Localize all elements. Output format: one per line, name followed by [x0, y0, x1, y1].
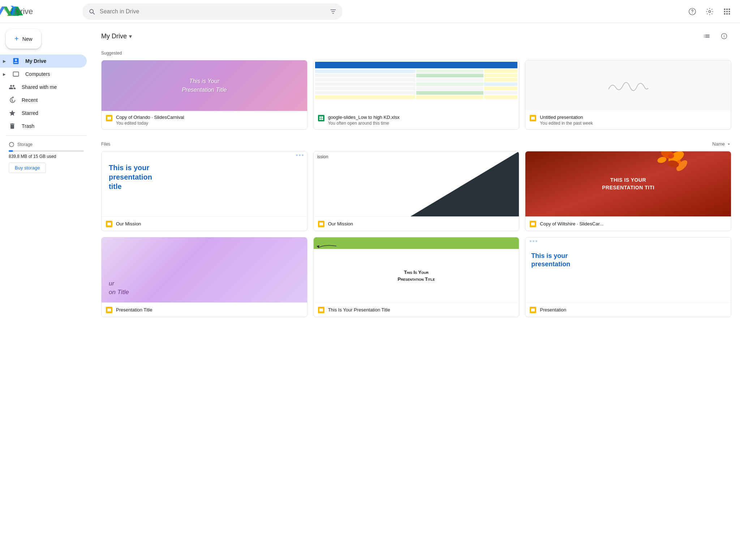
file-card-info-5: This Is Your Presentation Title: [314, 302, 519, 317]
svg-point-27: [668, 154, 673, 158]
suggested-file-name-3: Untitled presentation: [540, 115, 593, 120]
untitled-preview-graphic: [607, 77, 650, 95]
suggested-file-meta-3: You edited in the past week: [540, 121, 593, 126]
file-slides-icon-5: [318, 307, 324, 313]
info-button[interactable]: [717, 29, 731, 43]
file-preview-2: ission: [314, 151, 519, 216]
sidebar-arrow-my-drive: ▶: [3, 59, 6, 63]
storage-label: Storage: [9, 142, 84, 147]
settings-icon: [706, 8, 714, 16]
file-card-6[interactable]: This is yourpresentation Presentation: [525, 237, 731, 317]
recent-icon: [9, 96, 16, 104]
app-container: Drive: [0, 0, 740, 560]
file-name-2: Our Mission: [328, 221, 353, 227]
apps-button[interactable]: [720, 4, 734, 19]
suggested-label: Suggested: [101, 48, 731, 60]
sheets-icon-2: [318, 115, 324, 121]
drive-title-text: My Drive: [101, 33, 127, 40]
settings-button[interactable]: [702, 4, 717, 19]
filter-icon[interactable]: [330, 8, 337, 15]
storage-bar-fill: [9, 150, 13, 152]
file-slides-icon-4: [106, 307, 112, 313]
sidebar-item-recent[interactable]: Recent: [0, 94, 87, 107]
help-button[interactable]: [685, 4, 700, 19]
file-slides-icon-1: [106, 221, 112, 227]
search-icon: [88, 8, 95, 15]
sidebar-item-trash-label: Trash: [22, 123, 34, 129]
files-label: Files: [101, 142, 110, 147]
sort-button[interactable]: Name: [712, 141, 731, 147]
help-icon: [688, 8, 696, 16]
sort-label: Name: [712, 141, 725, 147]
file-slides-icon-3: [530, 221, 536, 227]
sidebar-item-shared[interactable]: Shared with me: [0, 81, 87, 94]
trash-icon: [9, 122, 16, 130]
header: Drive: [0, 0, 740, 23]
storage-used-text: 839.8 MB of 15 GB used: [9, 154, 84, 159]
sidebar-item-trash[interactable]: Trash: [0, 120, 87, 133]
file-card-info-4: Presentation Title: [102, 302, 307, 317]
file-card-1[interactable]: This is yourpresentationtitle Our Missio…: [101, 151, 307, 231]
file4-preview-text: uron Title: [102, 273, 136, 302]
files-header: Files Name: [101, 138, 731, 151]
file6-preview-text: This is yourpresentation: [531, 243, 570, 269]
file-name-3: Copy of Wiltshire · SlidesCar...: [540, 221, 603, 227]
my-drive-icon: [12, 57, 20, 65]
suggested-preview-1: This is YourPresentation Title: [102, 60, 307, 111]
suggested-info-text-3: Untitled presentation You edited in the …: [540, 115, 593, 126]
suggested-card-1[interactable]: This is YourPresentation Title Copy of O…: [101, 60, 307, 130]
body: + New ▶ My Drive ▶: [0, 23, 740, 560]
file-card-4[interactable]: uron Title Presentation Title: [101, 237, 307, 317]
suggested-card-2[interactable]: google-slides_Low to high KD.xlsx You of…: [313, 60, 520, 130]
shared-icon: [9, 83, 16, 91]
file-card-3[interactable]: THIS IS YOURPRESENTATION TITI Copy of Wi…: [525, 151, 731, 231]
slides-icon-1: [106, 115, 112, 121]
new-button-label: New: [22, 36, 33, 42]
search-bar[interactable]: [82, 3, 343, 20]
new-button[interactable]: + New: [6, 29, 41, 49]
sidebar-item-starred-label: Starred: [22, 110, 38, 116]
file-name-1: Our Mission: [116, 221, 141, 227]
slides-icon-3: [530, 115, 536, 121]
grid-icon: [723, 8, 731, 16]
svg-rect-15: [729, 8, 730, 10]
storage-section: Storage 839.8 MB of 15 GB used Buy stora…: [0, 139, 92, 179]
sidebar-item-computers[interactable]: ▶ Computers: [0, 68, 87, 81]
svg-rect-20: [726, 13, 728, 14]
svg-point-28: [677, 160, 680, 163]
file-card-5[interactable]: This Is YourPresentation Title This Is Y…: [313, 237, 520, 317]
suggested-card-3[interactable]: Untitled presentation You edited in the …: [525, 60, 731, 130]
sidebar: + New ▶ My Drive ▶: [0, 23, 92, 560]
main-content: My Drive ▾: [92, 23, 740, 560]
suggested-file-meta-1: You edited today: [116, 121, 184, 126]
sidebar-divider: [6, 135, 87, 136]
suggested-info-3: Untitled presentation You edited in the …: [525, 111, 731, 129]
svg-rect-13: [724, 8, 726, 10]
file-slides-icon-6: [530, 307, 536, 313]
computers-icon: [12, 70, 20, 78]
file-preview-1: This is yourpresentationtitle: [102, 151, 307, 216]
svg-rect-21: [729, 13, 730, 14]
sidebar-arrow-computers: ▶: [3, 72, 6, 76]
sidebar-item-starred[interactable]: Starred: [0, 107, 87, 120]
list-view-button[interactable]: [700, 29, 714, 43]
starred-icon: [9, 109, 16, 117]
info-icon: [720, 33, 728, 40]
header-right: [685, 4, 734, 19]
files-grid: This is yourpresentationtitle Our Missio…: [101, 151, 731, 317]
file-card-info-2: Our Mission: [314, 216, 519, 231]
suggested-info-2: google-slides_Low to high KD.xlsx You of…: [314, 111, 519, 129]
search-input[interactable]: [100, 8, 325, 15]
storage-icon: [9, 142, 14, 147]
file-slides-icon-2: [318, 221, 324, 227]
sidebar-item-shared-label: Shared with me: [22, 84, 57, 90]
file-name-4: Presentation Title: [116, 307, 152, 313]
svg-marker-30: [317, 245, 319, 248]
storage-bar-track: [9, 150, 84, 152]
sidebar-item-my-drive[interactable]: ▶ My Drive: [0, 55, 87, 68]
logo-area: Drive: [6, 4, 78, 19]
buy-storage-button[interactable]: Buy storage: [9, 163, 46, 173]
suggested-file-name-2: google-slides_Low to high KD.xlsx: [328, 115, 400, 120]
drive-title[interactable]: My Drive ▾: [101, 33, 132, 40]
file-card-2[interactable]: ission Our Mission: [313, 151, 520, 231]
